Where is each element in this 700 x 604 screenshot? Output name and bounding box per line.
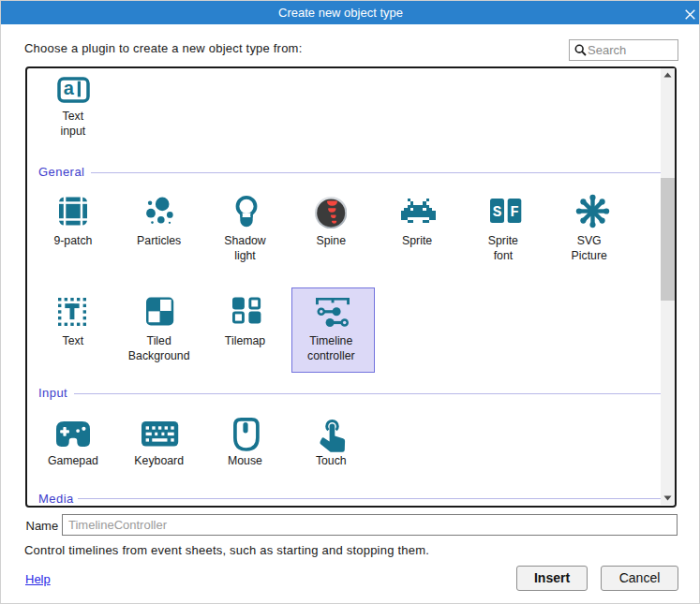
svg-text:F: F (510, 204, 519, 221)
svg-text:S: S (493, 204, 502, 221)
svg-text:a: a (63, 78, 74, 98)
